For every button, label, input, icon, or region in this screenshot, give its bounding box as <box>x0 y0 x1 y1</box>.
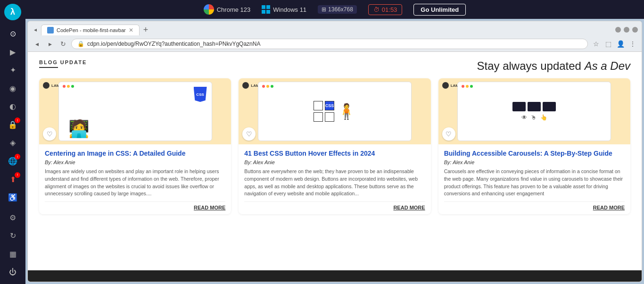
go-unlimited-button[interactable]: Go Unlimited <box>413 4 466 16</box>
card1-illustration: CSS 🧑‍💻 <box>58 82 212 141</box>
timer-label: 01:53 <box>382 6 397 13</box>
card-3-text: Carousels are effective in conveying pie… <box>444 168 625 198</box>
browser-tab[interactable]: CodePen - mobile-first-navbar ✕ <box>41 25 140 35</box>
window-close-btn[interactable] <box>632 27 638 33</box>
resolution-icon: ⊞ <box>322 6 326 13</box>
sidebar-icon-globe[interactable]: 🌐! <box>4 153 21 169</box>
card-1-read-more[interactable]: READ MORE <box>45 201 225 210</box>
timer-icon: ⏱ <box>373 6 380 13</box>
sidebar-icon-circle[interactable]: ◉ <box>4 80 21 97</box>
window-dots-3 <box>462 85 473 88</box>
blog-update-line <box>39 67 58 68</box>
address-bar[interactable]: 🔒 cdpn.io/pen/debug/RwOYZYq?authenticati… <box>71 39 588 49</box>
badge-lock1: ! <box>15 117 20 123</box>
window-minimize-btn[interactable] <box>615 27 621 33</box>
sidebar-icon-diamond[interactable]: ◈ <box>4 135 21 151</box>
lt-logo-1 <box>43 82 50 89</box>
resolution-box: ⊞ 1366x768 <box>318 5 357 14</box>
card2-content: CSS 🧍 <box>314 101 356 122</box>
card-1-text: Images are widely used on websites and p… <box>45 168 225 198</box>
cards-row: LAMBDATEST CSS 🧑‍💻 ♡ Centering an Imag <box>39 78 630 214</box>
person-icon-1: 🧑‍💻 <box>68 119 90 139</box>
profile-btn[interactable]: 👤 <box>615 39 626 49</box>
browser-actions: ☆ ⬚ 👤 ⋮ <box>591 39 638 49</box>
card3-illustration: 👁 🖱 👆 <box>457 82 611 141</box>
css3-badge: CSS <box>194 87 207 102</box>
browser-chrome: ◂ CodePen - mobile-first-navbar ✕ + ◂ ▸ … <box>28 21 642 52</box>
card-3-title: Building Accessible Carousels: A Step-By… <box>444 149 625 158</box>
blog-heading: Stay always updated As a Dev <box>477 59 630 73</box>
window-maximize-btn[interactable] <box>624 27 629 33</box>
card-1-image: LAMBDATEST CSS 🧑‍💻 ♡ <box>39 78 231 144</box>
card-2-read-more[interactable]: READ MORE <box>244 201 425 210</box>
sidebar-icon-video[interactable]: ▶ <box>4 44 21 60</box>
card-1: LAMBDATEST CSS 🧑‍💻 ♡ Centering an Imag <box>39 78 231 214</box>
browser-controls: ◂ ▸ ↻ 🔒 cdpn.io/pen/debug/RwOYZYq?authen… <box>28 36 642 51</box>
badge-upload: ! <box>15 172 20 178</box>
card-1-body: Centering an Image in CSS: A Detailed Gu… <box>39 144 231 214</box>
card-3-read-more[interactable]: READ MORE <box>444 201 625 210</box>
tab-close-btn[interactable]: ✕ <box>129 27 133 33</box>
sidebar-icon-refresh[interactable]: ↻ <box>4 227 21 244</box>
nav-back-btn[interactable]: ◂ <box>32 39 42 49</box>
card-3-image: LAMBDATEST 👁 <box>438 78 630 144</box>
hand-icon: 👆 <box>540 114 547 121</box>
sidebar-icon-grid2[interactable]: ▦ <box>4 246 21 262</box>
sidebar-icon-upload[interactable]: ⬆! <box>4 171 21 188</box>
windows-label: Windows 11 <box>273 6 306 13</box>
ssl-icon: 🔒 <box>77 41 84 47</box>
new-tab-btn[interactable]: + <box>141 25 150 35</box>
sidebar-logo: λ <box>4 4 21 20</box>
card-2-body: 41 Best CSS Button Hover Effects in 2024… <box>239 144 430 214</box>
lt-logo-3 <box>442 82 449 89</box>
blog-header: BLOG UPDATE Stay always updated As a Dev <box>39 59 630 73</box>
page-content: BLOG UPDATE Stay always updated As a Dev… <box>28 52 642 270</box>
sidebar: λ ⊙ ▶ ✦ ◉ ◐ 🔒! ◈ 🌐! ⬆! ♿ ⚙ ↻ ▦ ⏻ <box>0 0 25 284</box>
browser-info: Chrome 123 <box>204 4 251 15</box>
blog-heading-italic: As a Dev <box>585 59 630 72</box>
card2-illustration: CSS 🧍 <box>258 82 412 141</box>
cursor-icon: 🖱 <box>531 114 537 121</box>
chrome-label: Chrome 123 <box>217 6 251 13</box>
sidebar-icon-power[interactable]: ⏻ <box>4 264 21 280</box>
card-1-title: Centering an Image in CSS: A Detailed Gu… <box>45 149 225 158</box>
heart-btn-3[interactable]: ♡ <box>442 127 455 141</box>
resolution-label: 1366x768 <box>328 6 353 13</box>
sidebar-icon-grid[interactable]: ✦ <box>4 62 21 79</box>
blog-update-section: BLOG UPDATE <box>39 59 87 68</box>
os-info: Windows 11 <box>262 5 306 14</box>
timer-box: ⏱ 01:53 <box>368 4 403 15</box>
person-icon-2: 🧍 <box>337 102 356 120</box>
card-2-author: By: Alex Anie <box>244 159 425 165</box>
badge-globe: ! <box>15 154 20 159</box>
card-3: LAMBDATEST 👁 <box>438 78 630 214</box>
chrome-icon <box>204 4 214 15</box>
eye-icon: 👁 <box>521 114 527 121</box>
bookmark-btn[interactable]: ☆ <box>591 39 601 49</box>
topbar: Chrome 123 Windows 11 ⊞ 1366x768 ⏱ 01:53… <box>25 0 644 19</box>
extension-btn[interactable]: ⬚ <box>603 39 613 49</box>
heart-btn-2[interactable]: ♡ <box>242 127 256 141</box>
nav-forward-btn[interactable]: ▸ <box>45 39 55 49</box>
browser-window: ◂ CodePen - mobile-first-navbar ✕ + ◂ ▸ … <box>27 21 642 282</box>
card-2-text: Buttons are everywhere on the web; they … <box>244 168 425 198</box>
sidebar-icon-settings[interactable]: ⚙ <box>4 209 21 226</box>
card-1-author: By: Alex Anie <box>45 159 225 165</box>
nav-refresh-btn[interactable]: ↻ <box>58 39 68 49</box>
blog-update-label: BLOG UPDATE <box>39 59 87 65</box>
window-dots-1 <box>63 85 74 88</box>
main-area: Chrome 123 Windows 11 ⊞ 1366x768 ⏱ 01:53… <box>25 0 644 284</box>
blog-heading-text: Stay always updated <box>477 59 584 72</box>
sidebar-icon-home[interactable]: ⊙ <box>4 26 21 42</box>
menu-btn[interactable]: ⋮ <box>627 39 638 49</box>
sidebar-icon-lock1[interactable]: 🔒! <box>4 117 21 133</box>
card-2-title: 41 Best CSS Button Hover Effects in 2024 <box>244 149 425 158</box>
card-3-author: By: Alex Anie <box>444 159 625 165</box>
carousel-icons: 👁 🖱 👆 <box>521 114 547 121</box>
sidebar-icon-accessibility[interactable]: ♿ <box>4 189 21 206</box>
dark-slides <box>512 102 556 111</box>
tab-favicon <box>47 27 54 33</box>
heart-btn-1[interactable]: ♡ <box>43 127 56 141</box>
sidebar-icon-monitor[interactable]: ◐ <box>4 99 21 115</box>
card-3-body: Building Accessible Carousels: A Step-By… <box>438 144 630 214</box>
